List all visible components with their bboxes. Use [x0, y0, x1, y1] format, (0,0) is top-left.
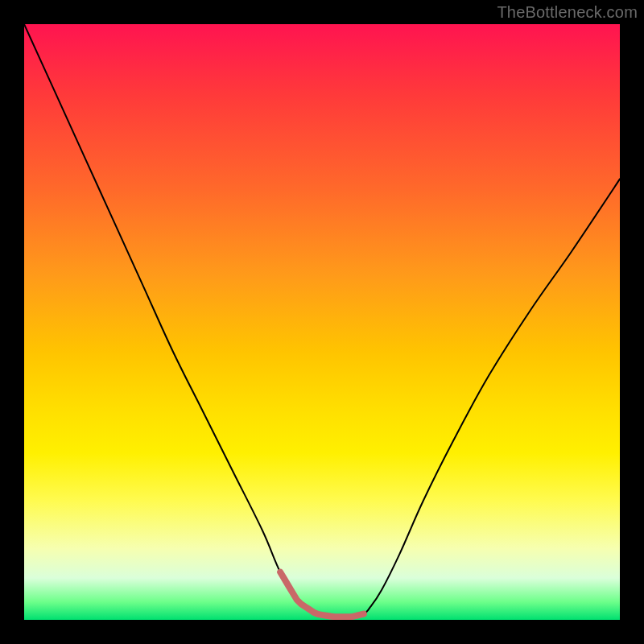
chart-svg [24, 24, 620, 620]
highlight-band [280, 572, 364, 617]
plot-area [24, 24, 620, 620]
chart-frame: TheBottleneck.com [0, 0, 644, 644]
watermark-text: TheBottleneck.com [497, 3, 638, 22]
curve-line [24, 24, 620, 617]
